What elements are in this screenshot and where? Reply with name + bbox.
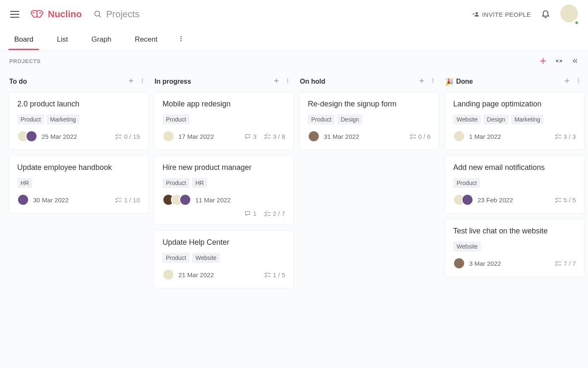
card-comments: 3 (244, 133, 256, 140)
notifications-button[interactable] (541, 9, 550, 20)
column-more-button[interactable] (284, 77, 291, 86)
card-title: Update Help Center (163, 238, 285, 247)
column-title: To do (9, 78, 27, 85)
tag: Product (17, 114, 44, 124)
svg-point-32 (433, 82, 433, 83)
avatar-icon (308, 130, 320, 142)
card[interactable]: Update employee handbookHR30 Mar 20221 /… (8, 155, 149, 214)
plus-icon (128, 77, 134, 84)
column-header: On hold (299, 73, 439, 92)
search-input[interactable]: Projects (94, 9, 139, 20)
checklist-icon (264, 211, 271, 217)
tag: Marketing (511, 114, 543, 124)
invite-button[interactable]: INVITE PEOPLE (472, 11, 531, 18)
card-tags: Website (453, 241, 576, 252)
card[interactable]: Mobile app redesignProduct17 Mar 202233 … (154, 92, 294, 150)
plus-icon (273, 77, 280, 84)
column-title: On hold (300, 78, 325, 85)
search-placeholder: Projects (106, 9, 139, 20)
column-title: In progress (155, 78, 191, 85)
app-logo[interactable]: Nuclino (29, 9, 82, 20)
svg-point-38 (578, 80, 579, 81)
card-tasks: 1 / 5 (264, 271, 285, 278)
card-date: 17 Mar 2022 (178, 133, 214, 140)
tag: Product (453, 178, 480, 188)
tab-list[interactable]: List (51, 29, 74, 50)
column: 🎉DoneLanding page optimizationWebsiteDes… (444, 73, 585, 282)
tag: Design (483, 114, 509, 124)
avatar-icon (453, 130, 465, 142)
tag: Website (192, 253, 220, 263)
card-tasks: 2 / 7 (264, 210, 285, 217)
card-avatars (308, 130, 320, 142)
board: To do2.0 product launchProductMarketing2… (0, 69, 588, 298)
svg-point-20 (287, 80, 288, 81)
card[interactable]: Update Help CenterProductWebsite21 Mar 2… (154, 230, 294, 289)
column-header: In progress (154, 73, 294, 92)
svg-point-31 (433, 80, 433, 81)
column-more-button[interactable] (429, 77, 437, 86)
breadcrumb[interactable]: PROJECTS (9, 58, 41, 64)
card[interactable]: 2.0 product launchProductMarketing25 Mar… (8, 92, 149, 150)
card[interactable]: Re-design the signup formProductDesign31… (299, 92, 439, 150)
checklist-icon (115, 133, 122, 139)
column-more-button[interactable] (575, 77, 582, 86)
card[interactable]: Hire new product managerProductHR11 Mar … (154, 155, 294, 225)
card-tasks: 3 / 8 (264, 133, 285, 140)
tab-graph[interactable]: Graph (86, 29, 117, 50)
tag: Design (337, 114, 362, 124)
brain-icon (29, 9, 45, 19)
column-more-button[interactable] (139, 77, 146, 86)
chevrons-left-icon (571, 57, 579, 65)
tab-recent[interactable]: Recent (129, 29, 163, 50)
add-column-button[interactable] (539, 57, 547, 65)
column: On holdRe-design the signup formProductD… (299, 73, 439, 155)
column-header: 🎉Done (444, 73, 585, 92)
card-avatars (163, 194, 191, 206)
column-add-button[interactable] (272, 77, 281, 87)
card-comments: 1 (244, 210, 256, 217)
tag: Website (453, 114, 481, 124)
menu-button[interactable] (10, 11, 19, 18)
card-tasks: 3 / 3 (555, 133, 576, 140)
column-add-button[interactable] (127, 77, 135, 87)
app-name: Nuclino (48, 9, 82, 20)
card-date: 31 Mar 2022 (324, 133, 359, 140)
card-date: 25 Mar 2022 (42, 133, 77, 140)
svg-point-19 (287, 79, 288, 79)
svg-point-2 (475, 12, 478, 14)
hide-panel-button[interactable] (571, 57, 579, 65)
column-header: To do (8, 73, 149, 92)
card-date: 21 Mar 2022 (178, 271, 214, 278)
collapse-view-button[interactable] (555, 57, 563, 65)
card[interactable]: Test live chat on the websiteWebsite3 Ma… (444, 219, 585, 277)
tab-board[interactable]: Board (8, 29, 39, 50)
avatar-icon (17, 194, 29, 206)
svg-point-37 (578, 79, 579, 79)
card-tasks: 7 / 7 (555, 260, 576, 267)
card-title: Hire new product manager (163, 163, 285, 172)
card[interactable]: Add new email notificationsProduct23 Feb… (444, 155, 585, 214)
tag: Product (163, 253, 189, 263)
column-title: Done (456, 78, 473, 85)
card-tags: ProductMarketing (17, 114, 140, 124)
svg-point-12 (142, 82, 143, 83)
card-tags: Product (163, 114, 285, 124)
search-icon (94, 10, 102, 19)
tabs-more-button[interactable] (175, 33, 187, 46)
avatar-icon (462, 194, 473, 206)
svg-point-11 (142, 80, 143, 81)
column: In progressMobile app redesignProduct17 … (154, 73, 294, 294)
card[interactable]: Landing page optimizationWebsiteDesignMa… (444, 92, 585, 150)
checklist-icon (555, 197, 562, 203)
column-add-button[interactable] (563, 77, 571, 87)
column-add-button[interactable] (417, 77, 426, 87)
card-tags: Product (453, 178, 576, 188)
comment-icon (244, 133, 251, 140)
card-title: Mobile app redesign (163, 100, 285, 109)
card-tasks: 0 / 6 (410, 133, 430, 140)
card-tasks: 0 / 15 (115, 133, 140, 140)
card-avatars (163, 269, 174, 281)
card-tasks: 5 / 5 (555, 196, 576, 204)
user-avatar[interactable] (560, 5, 578, 24)
